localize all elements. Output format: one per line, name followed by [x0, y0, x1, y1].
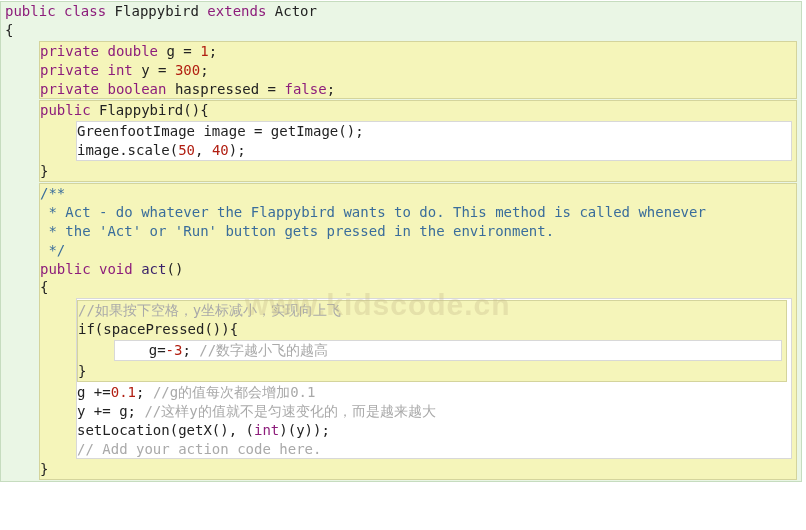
if-block-outer: //如果按下空格，y坐标减小，实现向上飞 if(spacePressed()){…	[77, 300, 787, 382]
if-body-line: g=-3; //数字越小飞的越高	[115, 341, 781, 360]
if-decl: if(spacePressed()){	[78, 320, 786, 339]
constructor-block: public Flappybird(){ GreenfootImage imag…	[39, 100, 797, 182]
line-todo: // Add your action code here.	[77, 440, 791, 459]
comment-top: //如果按下空格，y坐标减小，实现向上飞	[78, 301, 786, 320]
ctor-body: GreenfootImage image = getImage(); image…	[76, 121, 792, 161]
field-y: private int y = 300;	[40, 61, 796, 80]
act-decl: public void act()	[40, 260, 796, 279]
doc-line3: * the 'Act' or 'Run' button gets pressed…	[40, 222, 796, 241]
ctor-decl: public Flappybird(){	[40, 101, 796, 120]
doc-line2: * Act - do whatever the Flappybird wants…	[40, 203, 796, 222]
field-g: private double g = 1;	[40, 42, 796, 61]
brace-open: {	[5, 21, 801, 40]
act-open: {	[40, 278, 796, 297]
if-body: g=-3; //数字越小飞的越高	[114, 340, 782, 361]
if-close: }	[78, 362, 786, 381]
field-haspressed: private boolean haspressed = false;	[40, 80, 796, 99]
ctor-close: }	[40, 162, 796, 181]
line-setloc: setLocation(getX(), (int)(y));	[77, 421, 791, 440]
ctor-line1: GreenfootImage image = getImage();	[77, 122, 791, 141]
line-y-inc: y += g; //这样y的值就不是匀速变化的，而是越来越大	[77, 402, 791, 421]
code-editor[interactable]: public class Flappybird extends Actor { …	[0, 1, 806, 530]
act-block: /** * Act - do whatever the Flappybird w…	[39, 183, 797, 480]
line-g-inc: g +=0.1; //g的值每次都会增加0.1	[77, 383, 791, 402]
act-body: //如果按下空格，y坐标减小，实现向上飞 if(spacePressed()){…	[76, 298, 792, 459]
class-decl: public class Flappybird extends Actor	[5, 2, 801, 21]
ctor-line2: image.scale(50, 40);	[77, 141, 791, 160]
class-scope: public class Flappybird extends Actor { …	[0, 1, 802, 482]
doc-line4: */	[40, 241, 796, 260]
doc-line1: /**	[40, 184, 796, 203]
fields-block: private double g = 1; private int y = 30…	[39, 41, 797, 100]
act-close: }	[40, 460, 796, 479]
